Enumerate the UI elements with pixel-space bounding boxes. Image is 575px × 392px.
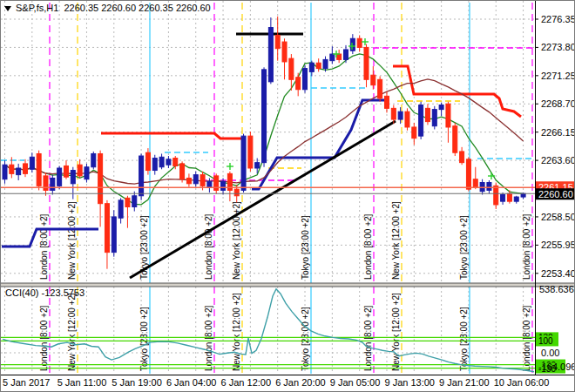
candle-bull bbox=[487, 183, 491, 191]
session-label: New York [12:00 +2] bbox=[391, 201, 401, 280]
candle-bull bbox=[17, 168, 21, 175]
session-label: London [8:00 +2] bbox=[39, 213, 49, 280]
cci-zero-label: 0.00 bbox=[541, 348, 559, 358]
candle-bull bbox=[71, 171, 75, 184]
price-axis-label: 2255.95 bbox=[541, 240, 575, 250]
candle-bull bbox=[501, 195, 505, 202]
candle-bear bbox=[364, 47, 369, 79]
candle-bear bbox=[337, 54, 342, 59]
session-label: London [8:00 +2] bbox=[39, 305, 49, 371]
candle-bear bbox=[282, 42, 287, 62]
session-label: London [8:00 +2] bbox=[363, 305, 373, 371]
candle-bull bbox=[262, 70, 267, 163]
candle-bear bbox=[105, 204, 109, 253]
candle-bear bbox=[466, 159, 470, 189]
candle-bull bbox=[432, 110, 436, 126]
candle-bear bbox=[125, 198, 130, 206]
time-axis-label: 9 Jan 21:00 bbox=[439, 377, 490, 388]
candle-bear bbox=[173, 159, 178, 166]
candle-bull bbox=[255, 163, 260, 168]
candle-bear bbox=[384, 96, 389, 108]
candle-bear bbox=[391, 108, 396, 119]
chart-background bbox=[1, 1, 575, 392]
candle-bull bbox=[112, 217, 116, 253]
candle-bull bbox=[91, 153, 96, 166]
symbol-ohlc-bar[interactable]: S&P,fs,H1 2260.35 2260.60 2260.35 2260.6… bbox=[4, 3, 211, 13]
session-label: Tokyo [23:00 +2] bbox=[459, 307, 469, 371]
trading-chart-window: S&P,fs,H1 2260.35 2260.60 2260.35 2260.6… bbox=[0, 0, 575, 392]
candle-bull bbox=[514, 197, 518, 201]
candle-bear bbox=[371, 75, 375, 84]
candle-bull bbox=[330, 54, 335, 61]
symbol-ohlc-label: S&P,fs,H1 2260.35 2260.60 2260.35 2260.6… bbox=[16, 3, 211, 13]
candle-bear bbox=[200, 175, 205, 186]
candle-bear bbox=[425, 108, 430, 121]
candle-bear bbox=[473, 179, 477, 187]
candle-bear bbox=[180, 164, 185, 179]
candle-bull bbox=[51, 178, 55, 190]
chart-dropdown-arrow-icon bbox=[4, 6, 11, 11]
candle-bull bbox=[139, 156, 144, 196]
candle-bear bbox=[405, 112, 409, 127]
time-axis-label: 5 Jan 11:00 bbox=[58, 377, 107, 388]
candle-bear bbox=[289, 58, 294, 79]
candle-bull bbox=[193, 175, 198, 184]
price-axis-label: 2273.80 bbox=[541, 42, 575, 52]
price-axis-label: 2271.25 bbox=[541, 71, 575, 81]
session-label: Tokyo [23:00 +2] bbox=[301, 307, 310, 371]
time-axis: 5 Jan 20175 Jan 11:005 Jan 19:006 Jan 04… bbox=[3, 377, 549, 388]
time-axis-label: 9 Jan 13:00 bbox=[384, 377, 435, 388]
candle-bear bbox=[412, 127, 416, 139]
panel-separator[interactable] bbox=[1, 283, 575, 287]
cci-max-label: 538.6365 bbox=[539, 284, 575, 294]
session-label: London [8:00 +2] bbox=[204, 305, 213, 371]
candle-bull bbox=[398, 112, 402, 119]
session-label: New York [12:00 +2] bbox=[391, 293, 401, 371]
candle-bear bbox=[378, 79, 382, 98]
chart-canvas[interactable]: London [8:00 +2]New York [12:00 +2]Tokyo… bbox=[1, 1, 575, 392]
candle-bull bbox=[323, 59, 328, 68]
candle-bull bbox=[3, 165, 7, 179]
price-axis-label: 2276.35 bbox=[541, 14, 575, 24]
candle-bear bbox=[248, 136, 253, 168]
candle-bull bbox=[152, 159, 157, 171]
time-axis-label: 10 Jan 06:00 bbox=[494, 377, 550, 388]
candle-bear bbox=[275, 35, 280, 48]
candle-bear bbox=[98, 153, 103, 203]
indicator-label: CCI(40) -123.5753 bbox=[5, 287, 85, 298]
candle-bear bbox=[357, 38, 362, 47]
session-label: London [8:00 +2] bbox=[522, 213, 531, 280]
price-axis-label: 2268.70 bbox=[541, 98, 575, 109]
candle-bull bbox=[221, 181, 226, 190]
candle-bull bbox=[166, 159, 171, 165]
cci-level-badge-label: 100 bbox=[538, 336, 553, 346]
candle-bear bbox=[446, 104, 450, 127]
time-axis-label: 9 Jan 05:00 bbox=[330, 377, 381, 388]
session-label: New York [12:00 +2] bbox=[232, 293, 241, 371]
candle-bear bbox=[234, 189, 239, 196]
session-label: Tokyo [23:00 +2] bbox=[459, 215, 469, 280]
time-axis-label: 6 Jan 20:00 bbox=[275, 377, 326, 388]
time-axis-label: 5 Jan 19:00 bbox=[112, 377, 162, 388]
time-axis-label: 5 Jan 2017 bbox=[3, 377, 50, 388]
price-axis-label: 2253.40 bbox=[541, 268, 575, 279]
candle-bull bbox=[132, 196, 137, 207]
cci-value-label: -164.0961 bbox=[538, 362, 575, 372]
session-label: London [8:00 +2] bbox=[204, 213, 213, 280]
candle-bull bbox=[439, 105, 443, 110]
candle-bear bbox=[10, 165, 14, 173]
candle-bear bbox=[37, 153, 41, 186]
current-price-badge-label: 2260.60 bbox=[538, 189, 573, 199]
price-axis-label: 2258.50 bbox=[541, 212, 575, 222]
candle-bull bbox=[30, 157, 34, 169]
candle-bull bbox=[58, 168, 62, 186]
session-label: New York [12:00 +2] bbox=[67, 201, 77, 280]
price-axis-label: 2263.60 bbox=[541, 155, 575, 166]
candle-bull bbox=[85, 167, 89, 179]
session-label: London [8:00 +2] bbox=[522, 305, 531, 371]
candle-bear bbox=[494, 186, 498, 205]
time-axis-label: 6 Jan 04:00 bbox=[166, 377, 217, 388]
candle-bull bbox=[344, 50, 348, 59]
candle-bear bbox=[145, 152, 150, 170]
candle-bear bbox=[507, 193, 511, 201]
